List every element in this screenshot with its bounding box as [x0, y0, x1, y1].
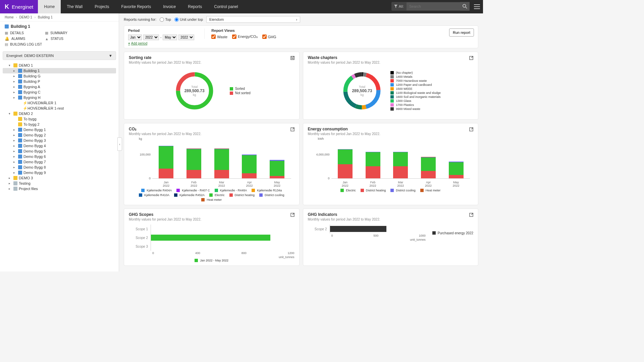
top-nav: K Energinet HomeThe WallProjectsFavorite… [0, 0, 483, 13]
add-period-link[interactable]: + Add period [128, 42, 194, 45]
view-waste[interactable]: Waste [211, 35, 227, 39]
proj-icon [13, 181, 17, 185]
building-link-building-log-list[interactable]: ▤BUILDING LOG LIST [5, 42, 42, 47]
view-energyco[interactable]: Energy/CO₂ [232, 35, 257, 39]
period-month-to[interactable]: May [163, 35, 177, 40]
search-button[interactable] [460, 2, 470, 11]
legend-item: 1300 Glass [390, 99, 441, 103]
legend-item: Heat meter [201, 198, 222, 201]
crumb-home[interactable]: Home [5, 15, 14, 19]
period-year-from[interactable]: 2022 [143, 35, 159, 40]
card-energy: Energy consumption Monthly values for pe… [303, 123, 479, 205]
legend-item: 1400 Metals [390, 75, 441, 78]
tree-node-testing[interactable]: ▸Testing [3, 181, 116, 186]
open-icon[interactable] [290, 127, 295, 132]
build-icon [18, 128, 22, 132]
radio-top[interactable]: Top [160, 17, 171, 22]
nav-control-panel[interactable]: Control panel [208, 0, 244, 13]
tree-node-hovedmåler-1[interactable]: ⚡HOVEDMÅLER 1 [3, 100, 116, 106]
tree-node-to-bygg[interactable]: To bygg [3, 116, 116, 122]
hamburger-menu[interactable] [471, 0, 483, 13]
legend-item: Electric [340, 189, 356, 192]
filter-icon [394, 5, 397, 8]
view-ghg[interactable]: GHG [262, 35, 276, 39]
open-icon[interactable] [469, 212, 474, 218]
legend-item: Kjølemedie R410A [139, 193, 169, 197]
nav-invoice[interactable]: Invoice [157, 0, 182, 13]
tree-node-demo-bygg-8[interactable]: ▸Demo Bygg 8 [3, 165, 116, 170]
building-link-summary[interactable]: ▦SUMMARY [45, 31, 78, 35]
tree-node-demo-bygg-7[interactable]: ▸Demo Bygg 7 [3, 159, 116, 165]
unit-selector[interactable]: Eiendom › [206, 16, 300, 23]
period-header: Period [128, 28, 194, 33]
tree-node-building-g[interactable]: ▸Building G [3, 73, 116, 79]
building-link-alarms[interactable]: 🔔ALARMS [5, 37, 38, 41]
svg-point-0 [463, 4, 466, 7]
legend-item: District heating [229, 193, 255, 197]
nav-favorite-reports[interactable]: Favorite Reports [115, 0, 157, 13]
tree-node-demo-bygg-5[interactable]: ▸Demo Bygg 5 [3, 148, 116, 154]
brand-name: Energinet [12, 4, 33, 10]
nav-projects[interactable]: Projects [89, 0, 115, 13]
breadcrumb: Home › DEMO 1 › Building 1 [0, 13, 119, 21]
legend-item: (No chapter) [390, 71, 441, 74]
search-input[interactable] [407, 2, 460, 10]
period-year-to[interactable]: 2022 [178, 35, 194, 40]
open-icon[interactable] [469, 127, 474, 132]
chevron-right-icon: › [296, 17, 297, 21]
tree-node-bygning-a[interactable]: ▸Bygning A [3, 84, 116, 89]
building-link-status[interactable]: ▲STATUS [45, 37, 78, 41]
tree-node-building-p[interactable]: ▸Building P [3, 79, 116, 84]
content-area: Reports running for: Top Unit under top … [119, 13, 483, 272]
building-link-details[interactable]: ▦DETAILS [5, 31, 38, 35]
tree-header[interactable]: Energinet: DEMO EKSTERN ▼ [3, 51, 116, 60]
tree-node-demo-bygg-4[interactable]: ▸Demo Bygg 4 [3, 143, 116, 148]
link-icon: ▦ [45, 31, 48, 35]
radio-unit-under-top[interactable]: Unit under top [174, 17, 203, 22]
legend-item: Not sorted [230, 91, 251, 95]
folder-icon [13, 112, 17, 116]
search-scope[interactable]: All: [391, 4, 407, 8]
nav-home[interactable]: Home [38, 0, 61, 13]
legend-item: Sorted [230, 87, 251, 90]
tree-node-building-1[interactable]: ▸Building 1 [3, 68, 116, 73]
brand[interactable]: K Energinet [0, 0, 38, 13]
tree-node-demo-3[interactable]: ▸DEMO 3 [3, 175, 116, 181]
tree-node-demo-bygg-2[interactable]: ▸Demo Bygg 2 [3, 132, 116, 138]
open-icon[interactable] [290, 212, 295, 218]
tree-node-demo-bygg-1[interactable]: ▸Demo Bygg 1 [3, 127, 116, 132]
link-icon: 🔔 [5, 37, 9, 41]
building-header: Building 1 ▦DETAILS▦SUMMARY🔔ALARMS▲STATU… [0, 21, 119, 48]
tree-node-demo-bygg-9[interactable]: ▸Demo Bygg 9 [3, 170, 116, 175]
bar-stack [242, 155, 257, 178]
legend-item: 1600 Soil and inorganic materials [390, 95, 441, 99]
tree-node-demo-1[interactable]: ▾DEMO 1 [3, 63, 116, 68]
crumb-building1[interactable]: Building 1 [38, 15, 53, 19]
link-icon: ▲ [45, 37, 49, 41]
tree-node-bygning-c[interactable]: ▸Bygning C [3, 89, 116, 95]
legend-item: District cooling [390, 189, 416, 192]
hbar-row: Scope 1 [152, 225, 294, 233]
tree-node-project-files[interactable]: ▸Project files [3, 186, 116, 191]
tree-node-demo-2[interactable]: ▾DEMO 2 [3, 111, 116, 116]
tree-node-bygning-h[interactable]: ▸Bygning H [3, 95, 116, 100]
link-icon: ▦ [5, 31, 8, 35]
legend-item: 1100 Biological waste and sludge [390, 91, 441, 95]
tree-node-demo-bygg-6[interactable]: ▸Demo Bygg 6 [3, 154, 116, 159]
open-icon[interactable] [469, 55, 474, 61]
tree-node-to-bygg-2[interactable]: To bygg 2 [3, 122, 116, 127]
run-report-button[interactable]: Run report [449, 28, 474, 37]
sidebar-collapse[interactable]: ‹ [117, 137, 122, 151]
period-month-from[interactable]: Jan [128, 35, 142, 40]
open-icon[interactable] [290, 55, 295, 61]
proj-icon [13, 187, 17, 191]
tree-node-hovedmåler-1-rest[interactable]: ⚡HOVEDMÅLER 1-rest [3, 106, 116, 111]
card-waste-chapters: Waste chapters Monthly values for period… [303, 52, 479, 120]
legend-item: District heating [361, 189, 386, 192]
tree-node-demo-bygg-3[interactable]: ▸Demo Bygg 3 [3, 138, 116, 143]
nav-the-wall[interactable]: The Wall [61, 0, 89, 13]
legend-item: Electric [209, 193, 225, 197]
nav-reports[interactable]: Reports [182, 0, 208, 13]
legend-item: 1500 WEEE [390, 87, 441, 90]
crumb-demo1[interactable]: DEMO 1 [19, 15, 32, 19]
